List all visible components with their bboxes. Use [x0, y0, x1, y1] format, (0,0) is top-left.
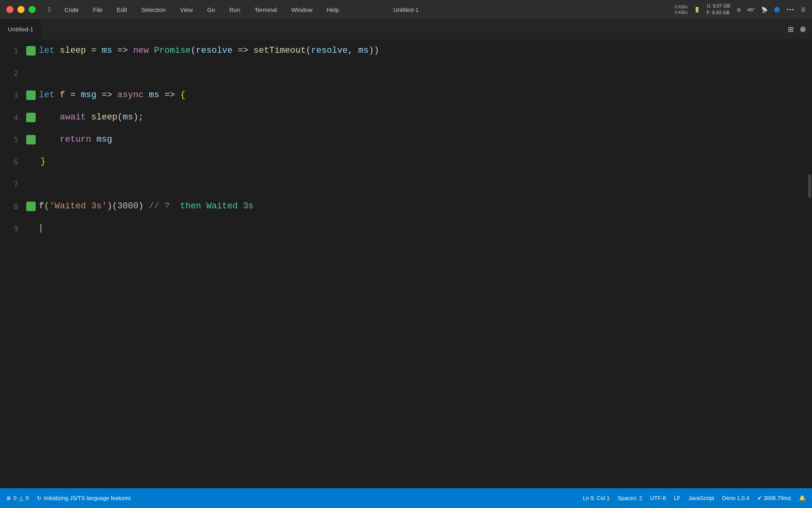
scrollbar-thumb[interactable] — [808, 174, 811, 198]
menu-terminal[interactable]: Terminal — [252, 6, 280, 14]
tab-label: Untitled-1 — [8, 26, 33, 33]
status-initializing[interactable]: ↻ Initializing JS/TS language features — [37, 495, 131, 501]
line-1: 1 let sleep = ms => new Promise(resolve … — [0, 40, 812, 62]
status-errors[interactable]: ⊗ 0 △ 0 — [6, 495, 29, 501]
sync-icon: ↻ — [37, 495, 42, 501]
code-9 — [40, 217, 41, 240]
line-number-2: 2 — [0, 62, 28, 84]
line-number-3: 3 — [0, 84, 28, 106]
code-8: f('Waited 3s')(3000) // ? then Waited 3s — [39, 195, 253, 217]
line-number-1: 1 — [0, 40, 28, 62]
fullscreen-button[interactable] — [29, 6, 36, 13]
line-2: 2 — [0, 62, 812, 84]
split-editor-icon[interactable]: ⊞ — [788, 25, 794, 34]
breakpoint-4 — [26, 113, 36, 122]
statusbar: ⊗ 0 △ 0 ↻ Initializing JS/TS language fe… — [0, 488, 812, 508]
menu-help[interactable]: Help — [324, 6, 341, 14]
menu-code[interactable]: Code — [62, 6, 81, 14]
status-deno[interactable]: Deno 1.0.4 — [722, 495, 749, 501]
line-number-8: 8 — [0, 195, 28, 217]
list-icon: ☰ — [801, 7, 806, 13]
line-4: 4 await sleep(ms); — [0, 106, 812, 129]
editor-actions: ⊞ — [788, 19, 812, 39]
window-title: Untitled-1 — [393, 6, 419, 13]
close-button[interactable] — [6, 6, 13, 13]
more-actions-icon[interactable] — [800, 27, 806, 32]
traffic-lights — [6, 6, 36, 13]
breakpoint-5 — [26, 135, 36, 144]
warning-count: 0 — [26, 495, 29, 501]
line-9: 9 — [0, 217, 812, 240]
status-position[interactable]: Ln 9, Col 1 — [583, 495, 610, 501]
line-3: 3 let f = msg => async ms => { — [0, 84, 812, 106]
do-not-disturb-icon: ⊘ — [737, 7, 741, 13]
line-number-7: 7 — [0, 173, 28, 195]
menubar-right: 0 KB/s 0 KB/s 🔋 U: 9.07 GB F: 6.93 GB ⊘ … — [675, 3, 806, 16]
editor-area: 1 let sleep = ms => new Promise(resolve … — [0, 40, 812, 488]
line-number-6: 6 — [0, 151, 28, 173]
network-stats: 0 KB/s 0 KB/s — [675, 4, 688, 15]
apple-icon[interactable]:  — [48, 6, 51, 14]
status-timing[interactable]: ✔ 3006.79ms — [757, 495, 791, 501]
breakpoint-3 — [26, 90, 36, 100]
menu-file[interactable]: File — [90, 6, 105, 14]
status-bell[interactable]: 🔔 — [799, 495, 806, 501]
memory-stats: U: 9.07 GB F: 6.93 GB — [707, 3, 730, 16]
line-6: 6 } — [0, 151, 812, 173]
menu-go[interactable]: Go — [205, 6, 217, 14]
battery-icon: 🔋 — [694, 7, 700, 13]
more-icon: ••• — [787, 7, 795, 13]
tab-untitled[interactable]: Untitled-1 — [0, 19, 42, 39]
breakpoint-8 — [26, 202, 36, 211]
line-number-5: 5 — [0, 129, 28, 151]
temperature: 46° — [747, 7, 755, 13]
status-language[interactable]: JavaScript — [688, 495, 714, 501]
warning-icon: △ — [19, 495, 23, 501]
menu-window[interactable]: Window — [289, 6, 315, 14]
status-eol[interactable]: LF — [674, 495, 680, 501]
menu-run[interactable]: Run — [227, 6, 243, 14]
line-number-9: 9 — [0, 217, 28, 240]
statusbar-right: Ln 9, Col 1 Spaces: 2 UTF-8 LF JavaScrip… — [583, 495, 806, 501]
code-lines: 1 let sleep = ms => new Promise(resolve … — [0, 40, 812, 240]
line-8: 8 f('Waited 3s')(3000) // ? then Waited … — [0, 195, 812, 217]
finder-icon: 🔵 — [774, 7, 780, 13]
share-icon: 📡 — [761, 7, 768, 13]
code-container[interactable]: 1 let sleep = ms => new Promise(resolve … — [0, 40, 812, 488]
error-count: 0 — [13, 495, 17, 501]
breakpoint-1 — [26, 46, 36, 56]
line-5: 5 return msg — [0, 129, 812, 151]
tabbar: Untitled-1 ⊞ — [0, 19, 812, 40]
status-encoding[interactable]: UTF-8 — [650, 495, 666, 501]
code-3: let f = msg => async ms => { — [39, 84, 186, 106]
menu-view[interactable]: View — [178, 6, 195, 14]
code-6: } — [40, 151, 46, 173]
code-5: return msg — [39, 129, 112, 151]
minimize-button[interactable] — [17, 6, 25, 13]
status-spaces[interactable]: Spaces: 2 — [618, 495, 642, 501]
scrollbar-track[interactable] — [806, 40, 812, 488]
menu-edit[interactable]: Edit — [115, 6, 130, 14]
line-7: 7 — [0, 173, 812, 195]
menu-selection[interactable]: Selection — [139, 6, 168, 14]
line-number-4: 4 — [0, 106, 28, 129]
error-icon: ⊗ — [6, 495, 11, 501]
menubar:  Code File Edit Selection View Go Run T… — [0, 0, 812, 19]
code-1: let sleep = ms => new Promise(resolve =>… — [39, 40, 379, 62]
bell-icon: 🔔 — [799, 495, 806, 501]
code-4: await sleep(ms); — [39, 106, 144, 129]
